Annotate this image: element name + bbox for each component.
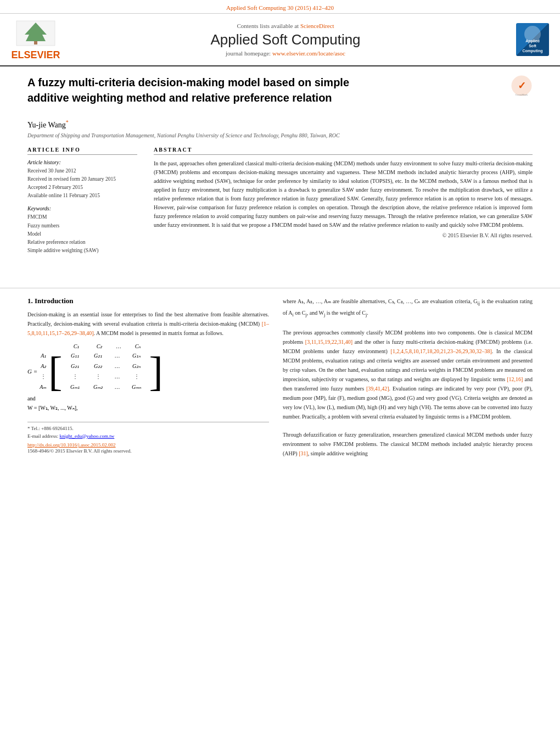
- content-area: ✓ CrossMark A fuzzy multi-criteria decis…: [0, 66, 560, 280]
- crossmark-icon: ✓ CrossMark: [511, 75, 533, 97]
- keywords-section: Keywords: FMCDM Fuzzy numbers Model Rela…: [27, 205, 137, 255]
- right-para-3: Through defuzzification or fuzzy general…: [283, 430, 533, 458]
- matrix-row-am: Aₘ: [40, 384, 46, 390]
- matrix-bracket-right: ]: [149, 350, 163, 392]
- email-link[interactable]: knight_edu@yahoo.com.tw: [59, 433, 114, 439]
- matrix-col-dots: …: [111, 343, 126, 349]
- journal-volume-link[interactable]: Applied Soft Computing 30 (2015) 412–420: [226, 4, 334, 11]
- keyword-4: Relative preference relation: [27, 238, 137, 247]
- doi-link[interactable]: http://dx.doi.org/10.1016/j.asoc.2015.02…: [27, 442, 116, 448]
- author-affiliation: Department of Shipping and Transportatio…: [27, 132, 533, 138]
- received-date: Received 30 June 2012: [27, 167, 137, 175]
- cell-24: G₂ₙ: [132, 363, 141, 369]
- copyright-notice: © 2015 Elsevier B.V. All rights reserved…: [154, 232, 533, 238]
- article-info-panel: ARTICLE INFO Article history: Received 3…: [27, 147, 137, 261]
- article-info-title: ARTICLE INFO: [27, 147, 137, 155]
- author-name: Yu-jie Wang*: [27, 119, 533, 130]
- svg-text:✓: ✓: [518, 80, 526, 91]
- abstract-title: ABSTRACT: [154, 147, 533, 155]
- elsevier-wordmark: ELSEVIER: [11, 49, 60, 61]
- cell-22: G₂₂: [94, 363, 102, 369]
- received-revised-date: Received in revised form 20 January 2015: [27, 175, 137, 183]
- elsevier-logo-img: [14, 18, 58, 48]
- cell-11: G₁₁: [71, 353, 79, 359]
- section-1-title: 1. Introduction: [27, 297, 269, 305]
- journal-homepage: journal homepage: www.elsevier.com/locat…: [60, 50, 511, 57]
- journal-header: ELSEVIER Contents lists available at Sci…: [0, 14, 560, 66]
- keywords-label: Keywords:: [27, 205, 137, 211]
- cell-13: …: [115, 353, 120, 359]
- journal-title: Applied Soft Computing: [60, 31, 511, 48]
- journal-center: Contents lists available at ScienceDirec…: [60, 23, 511, 57]
- matrix-area: C₁ C₂ … Cₙ G = A₁ A₂ ⋮ Aₘ [ G: [27, 343, 269, 411]
- sciencedirect-text: Contents lists available at ScienceDirec…: [60, 23, 511, 29]
- history-label: Article history:: [27, 159, 137, 165]
- keyword-3: Model: [27, 230, 137, 238]
- cell-34: ⋮: [134, 373, 139, 380]
- applied-soft-computing-logo: AppliedSoftComputing: [516, 23, 549, 56]
- keyword-2: Fuzzy numbers: [27, 222, 137, 230]
- article-history-section: Article history: Received 30 June 2012 R…: [27, 159, 137, 200]
- footnote-area: * Tel.: +886 69264115. E-mail address: k…: [27, 422, 269, 455]
- cell-31: ⋮: [72, 373, 78, 380]
- cell-23: …: [115, 363, 120, 369]
- footnote-email: E-mail address: knight_edu@yahoo.com.tw: [27, 433, 269, 440]
- keyword-5: Simple additive weighting (SAW): [27, 247, 137, 255]
- footnote-tel: * Tel.: +886 69264115.: [27, 425, 269, 433]
- svg-text:CrossMark: CrossMark: [516, 93, 528, 96]
- main-body: 1. Introduction Decision-making is an es…: [0, 297, 560, 458]
- section-divider: [0, 288, 560, 288]
- matrix-col-c2: C₂: [88, 343, 111, 349]
- article-title: A fuzzy multi-criteria decision-making m…: [27, 75, 384, 105]
- cell-21: G₂₁: [71, 363, 79, 369]
- keyword-1: FMCDM: [27, 213, 137, 221]
- left-column: 1. Introduction Decision-making is an es…: [27, 297, 269, 458]
- accepted-date: Accepted 2 February 2015: [27, 183, 137, 192]
- right-para-2: The previous approaches commonly classif…: [283, 328, 533, 421]
- top-bar: Applied Soft Computing 30 (2015) 412–420: [0, 0, 560, 14]
- elsevier-logo: ELSEVIER: [11, 18, 60, 61]
- ref-link-2[interactable]: [3,11,15,19,22,31,40]: [305, 339, 352, 345]
- cell-41: Gₘ₁: [70, 384, 80, 390]
- matrix-col-c1: C₁: [65, 343, 88, 349]
- ref-link-1[interactable]: [1–5,8,10,11,15,17–26,29–38,40]: [27, 321, 269, 336]
- abstract-panel: ABSTRACT In the past, approaches often g…: [154, 147, 533, 261]
- article-info-abstract: ARTICLE INFO Article history: Received 3…: [27, 147, 533, 261]
- matrix-bracket-left: [: [48, 350, 62, 392]
- matrix-row-a2: A₂: [40, 363, 46, 369]
- matrix-col-cn: Cₙ: [126, 343, 149, 349]
- and-text: and: [27, 395, 269, 401]
- cell-12: G₂₁: [94, 353, 102, 359]
- ref-link-3[interactable]: [1,2,4,5,8,10,17,18,20,21,23–26,29,30,32…: [391, 348, 492, 354]
- cell-33: …: [115, 373, 120, 380]
- svg-rect-2: [34, 41, 37, 44]
- matrix-g-label: G =: [27, 368, 37, 375]
- sciencedirect-link[interactable]: ScienceDirect: [300, 23, 334, 29]
- right-column: where A₁, A₂, …, Aₘ are feasible alterna…: [283, 297, 533, 458]
- cell-32: ⋮: [96, 373, 101, 380]
- intro-para-1: Decision-making is an essential issue fo…: [27, 310, 269, 338]
- ref-link-4[interactable]: [12,16]: [507, 376, 523, 382]
- cell-43: …: [115, 384, 120, 390]
- matrix-row-dots: ⋮: [40, 373, 46, 380]
- available-online-date: Available online 11 February 2015: [27, 192, 137, 200]
- journal-logo-box: AppliedSoftComputing: [511, 23, 549, 56]
- matrix-row-a1: A₁: [40, 353, 46, 359]
- cell-44: Gₘₙ: [132, 384, 141, 390]
- journal-homepage-link[interactable]: www.elsevier.com/locate/asoc: [272, 50, 345, 57]
- right-para-1: where A₁, A₂, …, Aₘ are feasible alterna…: [283, 297, 533, 319]
- cell-14: G₁ₙ: [132, 353, 141, 359]
- ref-link-5[interactable]: [39,41,42]: [366, 386, 389, 392]
- w-equation: W = [W₁, W₂, ..., Wₙ],: [27, 405, 269, 411]
- issn-text: 1568-4946/© 2015 Elsevier B.V. All right…: [27, 448, 269, 455]
- cell-42: Gₘ₂: [93, 384, 103, 390]
- abstract-text: In the past, approaches often generalize…: [154, 159, 533, 230]
- ref-link-6[interactable]: [31]: [299, 450, 308, 456]
